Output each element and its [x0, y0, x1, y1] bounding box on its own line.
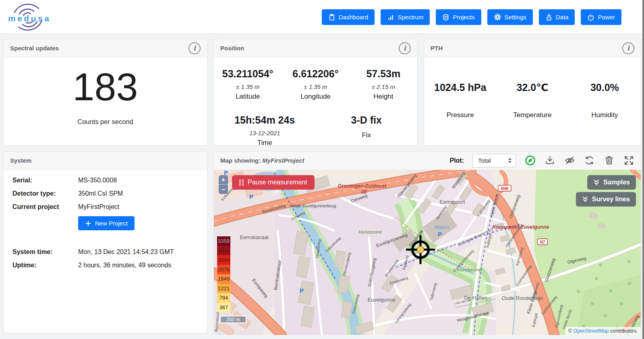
parking-icon: P [249, 193, 253, 200]
time-label: Time [214, 139, 316, 147]
nav-projects-button[interactable]: Projects [436, 9, 481, 25]
map-label: Eemspoort [440, 199, 465, 205]
temperature-label: Temperature [496, 111, 568, 119]
map-card-header: Map showing: MyFirstProject Plot: Total [214, 151, 641, 170]
longitude-error: ± 1.35 m [282, 83, 349, 90]
height-error: ± 2.15 m [350, 83, 417, 90]
navbar: medusa Dashboard Spectrum [0, 0, 644, 34]
nav-data-label: Data [556, 14, 569, 21]
hide-layers-button[interactable] [564, 155, 575, 166]
detector-type-value: 350ml CsI SPM [78, 190, 123, 197]
road-badge-label: N46 [501, 186, 509, 191]
height-metric: 57.53m ± 2.15 m Height [350, 68, 417, 101]
clipboard-icon [328, 14, 335, 21]
compass-icon [525, 155, 536, 166]
map-color-legend: 335929312504207616491221794367 [217, 236, 230, 312]
parking-icon: P [438, 231, 442, 238]
info-icon[interactable]: i [622, 42, 634, 54]
upload-icon [545, 14, 553, 21]
refresh-icon [584, 155, 595, 166]
map-label: Oude Roodehaan [502, 295, 543, 301]
pressure-metric: 1024.5 hPa Pressure [424, 82, 496, 119]
current-project-value: MyFirstProject [78, 203, 119, 211]
double-chevron-down-icon [582, 196, 588, 203]
system-time-row: System time: Mon, 13 Dec 2021 14:54:23 G… [12, 248, 201, 256]
spectral-card-title: Spectral updates [10, 45, 59, 52]
delete-button[interactable] [603, 155, 615, 166]
map-scale-bar: 200 m [220, 316, 246, 323]
logo-text: medusa [8, 14, 51, 23]
humidity-value: 30.0% [569, 82, 641, 93]
samples-button[interactable]: Samples [587, 175, 636, 190]
map-label: Hoge Euvelgunnerbrug [290, 203, 336, 208]
openstreetmap-link[interactable]: OpenStreetMap [573, 328, 609, 334]
medusa-logo: medusa [6, 2, 54, 32]
trash-icon [604, 155, 615, 166]
current-project-label: Current project [12, 203, 78, 211]
nav-spectrum-button[interactable]: Spectrum [381, 9, 430, 25]
map-title-project: MyFirstProject [262, 157, 304, 164]
expand-icon [623, 155, 634, 166]
map-label: Hunzezone [458, 267, 481, 272]
uptime-row: Uptime: 2 hours, 36 minutes, 49 seconds [12, 261, 201, 269]
fix-metric: 3-D fix Fix [316, 114, 418, 147]
compass-button[interactable] [524, 155, 536, 166]
attribution-prefix: © [568, 328, 574, 334]
refresh-button[interactable] [584, 155, 595, 166]
parking-icon: P [300, 287, 304, 294]
new-project-button[interactable]: New Project [78, 216, 135, 230]
detector-type-row: Detector type: 350ml CsI SPM [12, 190, 201, 197]
legend-cell: 794 [217, 293, 230, 303]
uptime-label: Uptime: [12, 261, 78, 269]
map-label: Groningen-Zuidoost [338, 183, 387, 189]
nav-power-button[interactable]: Power [581, 9, 621, 25]
time-metric: 15h:54m 24s 13-12-2021 Time [214, 114, 316, 147]
pth-card: PTH i 1024.5 hPa Pressure 32.0℃ Temperat… [424, 39, 641, 146]
longitude-label: Longitude [282, 93, 349, 101]
download-icon [545, 155, 555, 166]
map-label: Hunzezone [358, 229, 382, 234]
system-time-label: System time: [12, 248, 78, 256]
map-title: Map showing: MyFirstProject [220, 157, 304, 164]
survey-lines-button[interactable]: Survey lines [576, 192, 636, 207]
plot-label: Plot: [449, 157, 464, 164]
temperature-value: 32.0℃ [496, 82, 568, 93]
latitude-metric: 53.211054° ± 1.35 m Latitude [214, 68, 282, 101]
info-icon[interactable]: i [399, 42, 411, 54]
height-value: 57.53m [350, 68, 417, 80]
map-attribution: © OpenStreetMap contributors. [565, 327, 641, 335]
system-card-title: System [10, 157, 31, 164]
map-toolbar: Plot: Total [449, 154, 634, 167]
nav-data-button[interactable]: Data [539, 9, 575, 25]
attribution-suffix: contributors. [609, 328, 638, 334]
current-project-row: Current project MyFirstProject [12, 203, 201, 211]
plot-select[interactable]: Total [472, 154, 516, 167]
survey-lines-label: Survey lines [592, 196, 630, 203]
fullscreen-button[interactable] [623, 155, 634, 166]
longitude-value: 6.612206° [282, 68, 349, 80]
download-button[interactable] [544, 155, 555, 166]
humidity-label: Humidity [569, 111, 641, 119]
scrollbar[interactable] [642, 0, 644, 339]
spectral-card-header: Spectral updates i [4, 39, 207, 58]
zoom-out-button[interactable]: − [219, 185, 228, 194]
zoom-in-button[interactable]: + [219, 175, 228, 184]
pause-measurement-button[interactable]: Pause measurement [232, 175, 315, 190]
system-card: System Serial: MS-350.0008 Detector type… [3, 151, 207, 333]
pause-measurement-label: Pause measurement [248, 179, 307, 186]
longitude-metric: 6.612206° ± 1.35 m Longitude [282, 68, 349, 101]
nav-settings-button[interactable]: Settings [487, 9, 533, 25]
map-viewport[interactable]: N46N7 Groningen-Zuidoost38Hoge Euvelgunn… [214, 170, 641, 335]
map-title-prefix: Map showing: [220, 157, 262, 164]
legend-cell: 1649 [217, 274, 230, 284]
latitude-label: Latitude [214, 93, 282, 101]
system-card-header: System [4, 151, 207, 170]
info-icon[interactable]: i [188, 42, 201, 54]
map-label: Euvelgunne [368, 297, 396, 303]
nav-dashboard-button[interactable]: Dashboard [322, 9, 375, 25]
system-time-value: Mon, 13 Dec 2021 14:54:23 GMT [78, 248, 174, 256]
nav-projects-label: Projects [453, 14, 474, 21]
counts-value: 183 [4, 66, 207, 107]
bar-chart-icon [387, 14, 394, 21]
legend-cell: 2931 [217, 246, 230, 256]
